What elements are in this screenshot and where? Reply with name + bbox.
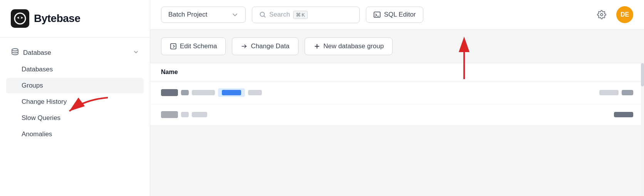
blur-item-6 xyxy=(181,112,189,117)
action-bar: Edit Schema Change Data New database gro… xyxy=(150,30,644,63)
table-header: Name xyxy=(150,63,644,81)
svg-point-2 xyxy=(19,17,21,19)
change-data-button[interactable]: Change Data xyxy=(232,37,298,55)
search-label: Search xyxy=(269,11,290,19)
sidebar-item-anomalies[interactable]: Anomalies xyxy=(6,127,144,142)
blur-right-3 xyxy=(614,112,633,117)
svg-point-8 xyxy=(600,14,603,16)
avatar-initials: DE xyxy=(621,11,629,18)
sidebar-item-groups[interactable]: Groups xyxy=(6,78,144,93)
sidebar-item-groups-label: Groups xyxy=(22,82,43,90)
blur-right-1 xyxy=(599,90,619,95)
chevron-down-icon xyxy=(133,49,139,56)
table-row[interactable] xyxy=(150,104,644,125)
edit-schema-button[interactable]: Edit Schema xyxy=(161,37,226,55)
blur-item-7 xyxy=(192,112,207,117)
change-data-icon xyxy=(241,43,248,50)
scrollbar-track[interactable] xyxy=(641,63,644,196)
bytebase-logo-icon xyxy=(11,9,29,28)
blur-item-1 xyxy=(161,89,178,96)
row-2-right xyxy=(614,112,633,117)
search-icon xyxy=(259,11,266,18)
edit-schema-label: Edit Schema xyxy=(180,42,217,50)
table-area: Name xyxy=(150,63,644,196)
plus-icon xyxy=(314,43,320,50)
new-database-group-label: New database group xyxy=(324,42,384,50)
blur-item-3 xyxy=(192,90,215,95)
edit-schema-icon xyxy=(170,43,177,50)
change-data-label: Change Data xyxy=(251,42,289,50)
svg-rect-7 xyxy=(374,12,380,17)
blur-item-5 xyxy=(161,111,178,118)
gear-icon xyxy=(597,10,606,19)
blur-right-2 xyxy=(622,90,633,95)
project-chevron-icon xyxy=(231,11,238,18)
blue-badge xyxy=(218,88,245,97)
sidebar-item-databases-label: Databases xyxy=(22,66,53,73)
search-meta-key: ⌘ xyxy=(296,12,301,18)
sidebar-group-database[interactable]: Database xyxy=(6,44,144,62)
row-2-content xyxy=(161,111,614,118)
svg-rect-9 xyxy=(171,44,176,49)
blur-item-2 xyxy=(181,90,189,95)
main-content: Batch Project Search ⌘ K SQL E xyxy=(150,0,644,196)
terminal-icon xyxy=(373,11,381,19)
sidebar-item-change-history-label: Change History xyxy=(22,98,67,106)
project-name: Batch Project xyxy=(168,11,228,19)
logo-text: Bytebase xyxy=(34,12,80,25)
svg-point-3 xyxy=(12,49,18,51)
search-bar[interactable]: Search ⌘ K xyxy=(252,7,360,23)
sidebar-item-change-history[interactable]: Change History xyxy=(6,94,144,110)
row-1-right xyxy=(599,90,633,95)
topbar: Batch Project Search ⌘ K SQL E xyxy=(150,0,644,30)
sidebar-nav: Database Databases Groups Change History… xyxy=(0,44,150,143)
database-icon xyxy=(11,47,19,58)
sql-editor-button[interactable]: SQL Editor xyxy=(366,7,423,23)
sidebar-item-databases[interactable]: Databases xyxy=(6,62,144,77)
project-selector[interactable]: Batch Project xyxy=(161,7,246,23)
sidebar-divider xyxy=(0,37,150,37)
user-avatar[interactable]: DE xyxy=(616,6,633,23)
row-1-content xyxy=(161,88,599,97)
table-column-name: Name xyxy=(161,69,178,76)
scrollbar-thumb[interactable] xyxy=(641,63,644,86)
blue-item-1 xyxy=(222,90,241,95)
sql-editor-label: SQL Editor xyxy=(384,11,416,19)
sidebar-item-anomalies-label: Anomalies xyxy=(22,130,52,138)
sidebar: Bytebase Database Databases xyxy=(0,0,150,196)
search-shortcut: ⌘ K xyxy=(293,11,308,19)
search-k-key: K xyxy=(302,12,305,18)
new-database-group-button[interactable]: New database group xyxy=(305,37,393,55)
sidebar-item-slow-queries-label: Slow Queries xyxy=(22,114,60,122)
table-row[interactable] xyxy=(150,81,644,104)
sidebar-group-label: Database xyxy=(23,49,129,57)
logo-area: Bytebase xyxy=(0,0,150,37)
sidebar-item-slow-queries[interactable]: Slow Queries xyxy=(6,110,144,126)
settings-button[interactable] xyxy=(593,6,610,23)
blur-item-4 xyxy=(248,90,262,95)
